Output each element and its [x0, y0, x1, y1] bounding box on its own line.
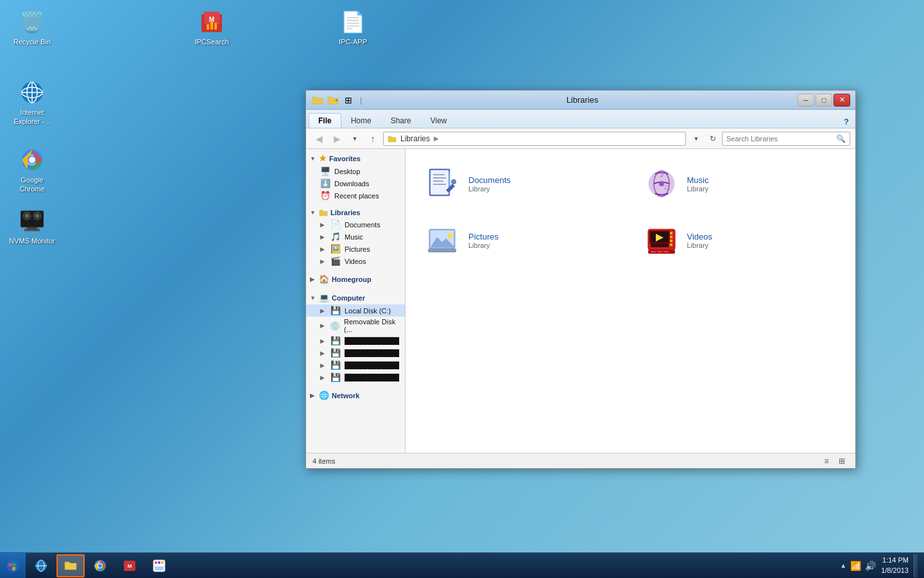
up-button[interactable]: ↑	[365, 131, 381, 146]
library-documents-icon	[426, 167, 459, 200]
svg-point-31	[451, 179, 456, 184]
search-input[interactable]	[726, 135, 834, 143]
sidebar-item-redacted-4[interactable]: ▶ 💾 ████████████	[306, 371, 405, 383]
sidebar-item-removable[interactable]: ▶ 💿 Removable Disk (...	[306, 317, 405, 335]
svg-point-69	[155, 561, 157, 564]
svg-rect-29	[433, 180, 443, 182]
taskbar-explorer[interactable]	[56, 554, 85, 577]
taskbar-ipc[interactable]: M	[116, 554, 144, 577]
downloads-label: Downloads	[334, 180, 369, 188]
sidebar-item-redacted-2[interactable]: ▶ 💾 ████████████	[306, 347, 405, 359]
sidebar-item-videos[interactable]: ▶ 🎬 Videos	[306, 255, 405, 267]
dropdown-button[interactable]: ▼	[347, 131, 363, 146]
taskbar-chrome[interactable]	[86, 554, 114, 577]
network-expand-icon: ▶	[310, 392, 316, 399]
tab-file[interactable]: File	[309, 113, 341, 128]
details-view-button[interactable]: ≡	[819, 455, 834, 467]
favorites-header[interactable]: ▼ ★ Favorites	[306, 152, 405, 165]
internet-explorer-icon[interactable]: Internet Explorer -...	[6, 77, 58, 129]
address-path[interactable]: Libraries ▶	[383, 132, 686, 146]
videos-lib-name: Videos	[687, 232, 713, 241]
tray-clock[interactable]: 1:14 PM 1/8/2013	[881, 556, 909, 575]
svg-rect-56	[8, 563, 12, 566]
sidebar-item-documents[interactable]: ▶ 📄 Documents	[306, 218, 405, 231]
tab-share[interactable]: Share	[381, 113, 421, 128]
refresh-button[interactable]: ↻	[706, 132, 719, 145]
videos-lib-type: Library	[687, 241, 713, 249]
recycle-bin-icon[interactable]: 🗑️ Recycle Bin	[6, 6, 58, 49]
sidebar-item-desktop[interactable]: 🖥️ Desktop	[306, 165, 405, 177]
address-dropdown[interactable]: ▼	[689, 131, 704, 146]
library-item-music[interactable]: ♪ ♫ Music Library	[637, 162, 843, 206]
maximize-button[interactable]: □	[816, 94, 832, 107]
svg-text:♪: ♪	[660, 169, 664, 179]
favorites-label: Favorites	[329, 155, 361, 162]
libraries-header[interactable]: ▼ Libraries	[306, 207, 405, 218]
svg-rect-54	[663, 251, 669, 252]
search-box[interactable]: 🔍	[722, 132, 850, 146]
svg-rect-30	[433, 184, 446, 185]
homegroup-icon-small: 🏠	[319, 274, 329, 284]
library-item-documents[interactable]: Documents Library	[418, 162, 624, 206]
back-button[interactable]: ◀	[311, 131, 327, 146]
library-item-pictures[interactable]: Pictures Library	[418, 218, 624, 262]
google-chrome-icon[interactable]: Google Chrome	[6, 144, 58, 197]
svg-rect-49	[670, 243, 672, 246]
close-button[interactable]: ✕	[834, 94, 850, 107]
sidebar-item-redacted-3[interactable]: ▶ 💾 ████████████	[306, 359, 405, 371]
sidebar-item-downloads[interactable]: ⬇️ Downloads	[306, 177, 405, 189]
title-bar: + ⊞ | Libraries ─ □ ✕	[306, 91, 855, 110]
tab-view[interactable]: View	[421, 113, 457, 128]
taskbar-ie[interactable]	[27, 554, 55, 577]
tab-home[interactable]: Home	[341, 113, 381, 128]
svg-rect-28	[433, 177, 446, 179]
start-button[interactable]	[0, 553, 26, 579]
svg-point-71	[161, 561, 164, 564]
recent-icon: ⏰	[320, 191, 330, 200]
svg-point-40	[447, 233, 452, 238]
libraries-section: ▼ Libraries ▶ 📄 Documents ▶ 🎵	[306, 204, 405, 270]
homegroup-label: Homegroup	[332, 276, 372, 283]
svg-rect-53	[657, 251, 662, 252]
new-folder-icon[interactable]: +	[327, 94, 339, 107]
tray-up-arrow[interactable]: ▲	[840, 562, 846, 569]
videos-icon: 🎬	[330, 256, 341, 266]
library-pictures-icon	[426, 223, 459, 257]
svg-rect-41	[428, 249, 456, 252]
view-buttons: ≡ ⊞	[819, 455, 849, 467]
sidebar: ▼ ★ Favorites 🖥️ Desktop ⬇️ Downloads ⏰	[306, 149, 406, 453]
music-lib-name: Music	[687, 175, 709, 185]
taskbar-paint[interactable]	[145, 554, 173, 577]
library-item-videos[interactable]: Videos Library	[637, 218, 843, 262]
sidebar-item-pictures[interactable]: ▶ 🖼️ Pictures	[306, 243, 405, 255]
forward-button[interactable]: ▶	[329, 131, 345, 146]
pictures-label: Pictures	[345, 245, 370, 253]
svg-rect-5	[214, 23, 217, 30]
svg-rect-26	[431, 170, 449, 195]
properties-icon[interactable]: ⊞	[342, 94, 355, 107]
nvms-monitor-icon[interactable]: NVMS Monitor	[6, 206, 58, 248]
sidebar-item-redacted-1[interactable]: ▶ 💾 ████████████	[306, 335, 405, 347]
tiles-view-button[interactable]: ⊞	[835, 455, 849, 467]
minimize-button[interactable]: ─	[798, 94, 814, 107]
sidebar-item-recent[interactable]: ⏰ Recent places	[306, 189, 405, 202]
favorites-section: ▼ ★ Favorites 🖥️ Desktop ⬇️ Downloads ⏰	[306, 149, 405, 204]
status-bar: 4 items ≡ ⊞	[306, 453, 855, 468]
sidebar-item-local-disk[interactable]: ▶ 💾 Local Disk (C:)	[306, 304, 405, 317]
network-label: Network	[332, 392, 359, 399]
svg-text:+: +	[335, 98, 338, 103]
ipc-search-icon[interactable]: M IPCSearch	[186, 6, 237, 49]
homegroup-header[interactable]: ▶ 🏠 Homegroup	[306, 272, 405, 286]
ipc-app-icon[interactable]: 📄 IPC-APP	[327, 6, 379, 49]
show-desktop-button[interactable]	[914, 554, 918, 577]
computer-header[interactable]: ▼ 💻 Computer	[306, 291, 405, 304]
computer-section: ▼ 💻 Computer ▶ 💾 Local Disk (C:) ▶ 💿 Rem…	[306, 288, 405, 386]
sidebar-item-music[interactable]: ▶ 🎵 Music	[306, 231, 405, 243]
svg-rect-52	[651, 251, 656, 252]
svg-point-20	[35, 214, 39, 218]
help-button[interactable]: ?	[840, 115, 853, 128]
pictures-icon: 🖼️	[330, 244, 341, 254]
search-icon[interactable]: 🔍	[836, 134, 846, 143]
svg-rect-4	[210, 22, 213, 30]
network-header[interactable]: ▶ 🌐 Network	[306, 389, 405, 402]
